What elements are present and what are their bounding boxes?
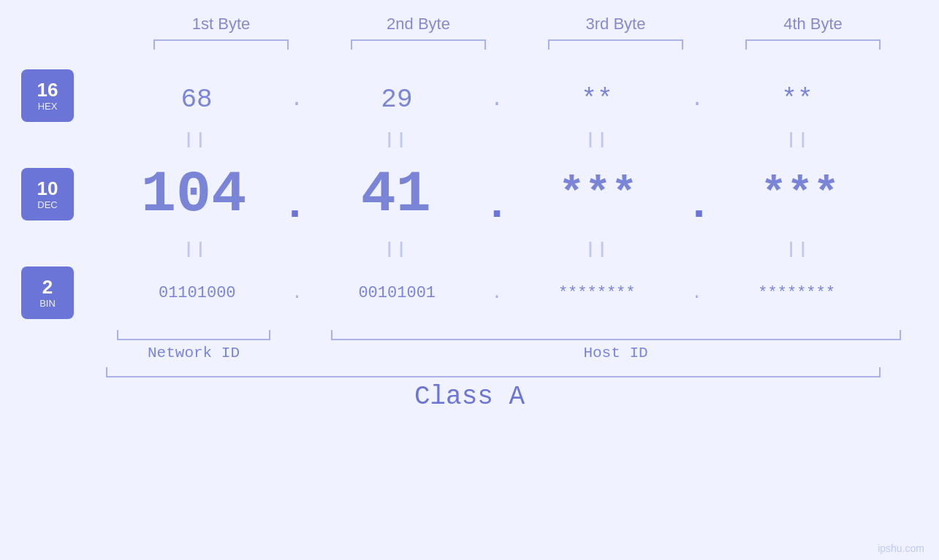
bin-data-row: 01101000 . 00101001 . ******** . *******… bbox=[95, 260, 899, 326]
host-id-label: Host ID bbox=[583, 345, 647, 361]
eq1-2: || bbox=[384, 131, 408, 149]
dec-cell-2: 41 bbox=[316, 161, 476, 228]
hex-val-4: ** bbox=[781, 85, 813, 115]
network-id-section: Network ID bbox=[95, 330, 292, 361]
bin-badge-slot: 2 BIN bbox=[0, 266, 95, 319]
dec-cell-1: 104 bbox=[113, 161, 274, 228]
full-bottom-bracket bbox=[106, 367, 881, 377]
eq2-3: || bbox=[585, 240, 609, 258]
hex-val-2: 29 bbox=[381, 85, 412, 115]
equals-cells-1: || || || || bbox=[95, 129, 899, 150]
dec-cell-4: *** bbox=[720, 169, 881, 219]
equals-cells-2: || || || || bbox=[95, 238, 899, 260]
hex-row-container: 16 HEX 68 . 29 . ** . ** bbox=[0, 63, 939, 129]
byte2-header: 2nd Byte bbox=[338, 15, 499, 34]
eq2-1: || bbox=[184, 240, 208, 258]
bin-row-container: 2 BIN 01101000 . 00101001 . ******** . *… bbox=[0, 260, 939, 326]
hex-cell-4: ** bbox=[717, 85, 878, 115]
host-bracket bbox=[331, 330, 901, 340]
dec-badge-slot: 10 DEC bbox=[0, 168, 95, 220]
bottom-labels-area: Network ID Host ID bbox=[0, 330, 939, 361]
bin-cell-1: 01101000 bbox=[117, 284, 278, 302]
hex-badge: 16 HEX bbox=[21, 69, 74, 122]
eq1-3: || bbox=[585, 131, 609, 149]
bin-badge: 2 BIN bbox=[21, 266, 74, 319]
class-label: Class A bbox=[414, 382, 525, 412]
class-section: Class A bbox=[0, 367, 939, 412]
hex-cell-2: 29 bbox=[316, 85, 477, 115]
bin-cell-4: ******** bbox=[716, 284, 877, 302]
hex-badge-slot: 16 HEX bbox=[0, 69, 95, 122]
bin-cell-3: ******** bbox=[517, 284, 677, 302]
hex-cell-3: ** bbox=[517, 85, 677, 115]
bin-val-3: ******** bbox=[558, 284, 636, 302]
bracket-top-4 bbox=[745, 39, 881, 50]
hex-dot-1: . bbox=[290, 87, 303, 112]
hex-dot-2: . bbox=[490, 87, 503, 112]
bin-val-1: 01101000 bbox=[159, 284, 236, 302]
eq2-4: || bbox=[786, 240, 810, 258]
byte-headers: 1st Byte 2nd Byte 3rd Byte 4th Byte bbox=[123, 15, 912, 34]
network-id-label: Network ID bbox=[148, 345, 240, 361]
hex-data-row: 68 . 29 . ** . ** bbox=[95, 70, 899, 129]
eq2-2: || bbox=[384, 240, 408, 258]
bin-val-2: 00101001 bbox=[358, 284, 436, 302]
dec-val-2: 41 bbox=[361, 161, 431, 228]
dec-cell-3: *** bbox=[517, 169, 678, 219]
hex-val-1: 68 bbox=[180, 85, 212, 115]
byte3-header: 3rd Byte bbox=[536, 15, 696, 34]
bracket-top-1 bbox=[153, 39, 289, 50]
equals-row-2: || || || || bbox=[0, 238, 939, 260]
bracket-top-2 bbox=[351, 39, 486, 50]
bin-badge-num: 2 bbox=[42, 277, 53, 298]
hex-dot-3: . bbox=[691, 87, 704, 112]
bin-badge-label: BIN bbox=[39, 298, 56, 309]
dec-badge-num: 10 bbox=[37, 178, 58, 199]
byte4-header: 4th Byte bbox=[733, 15, 894, 34]
hex-val-3: ** bbox=[581, 85, 612, 115]
watermark: ipshu.com bbox=[878, 542, 924, 554]
bracket-top-3 bbox=[548, 39, 683, 50]
dec-row-container: 10 DEC 104 . 41 . *** . *** bbox=[0, 150, 939, 238]
bin-cell-2: 00101001 bbox=[316, 284, 477, 302]
dec-badge-label: DEC bbox=[37, 199, 57, 210]
bin-val-4: ******** bbox=[758, 284, 835, 302]
dec-val-4: *** bbox=[761, 169, 840, 219]
dec-val-3: *** bbox=[558, 169, 637, 219]
hex-cell-1: 68 bbox=[116, 85, 277, 115]
dec-badge: 10 DEC bbox=[21, 168, 74, 220]
hex-badge-label: HEX bbox=[38, 101, 58, 112]
byte1-header: 1st Byte bbox=[141, 15, 302, 34]
network-bracket bbox=[117, 330, 270, 340]
main-container: 1st Byte 2nd Byte 3rd Byte 4th Byte 16 H… bbox=[0, 0, 939, 560]
top-brackets bbox=[123, 39, 912, 50]
hex-badge-num: 16 bbox=[37, 80, 58, 101]
eq1-1: || bbox=[184, 131, 208, 149]
eq1-4: || bbox=[786, 131, 810, 149]
bin-dot-2: . bbox=[492, 283, 502, 303]
equals-row-1: || || || || bbox=[0, 129, 939, 150]
bin-dot-3: . bbox=[691, 283, 702, 303]
dec-data-row: 104 . 41 . *** . *** bbox=[95, 150, 899, 238]
host-id-section: Host ID bbox=[292, 330, 939, 361]
dec-val-1: 104 bbox=[141, 161, 246, 228]
bin-dot-1: . bbox=[292, 283, 302, 303]
